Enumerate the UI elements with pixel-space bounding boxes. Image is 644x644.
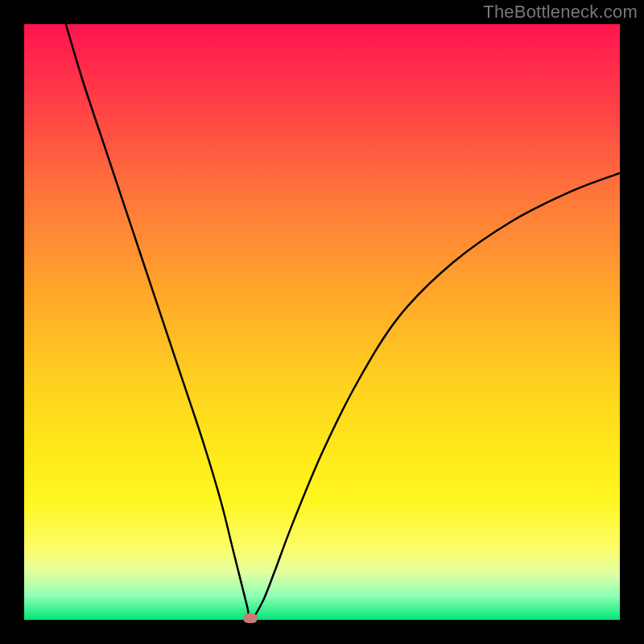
- chart-frame: TheBottleneck.com: [0, 0, 644, 644]
- watermark-text: TheBottleneck.com: [483, 2, 638, 23]
- plot-area: [24, 24, 620, 620]
- bottleneck-curve: [24, 24, 620, 620]
- optimal-point-marker: [243, 613, 258, 623]
- curve-path: [66, 24, 620, 620]
